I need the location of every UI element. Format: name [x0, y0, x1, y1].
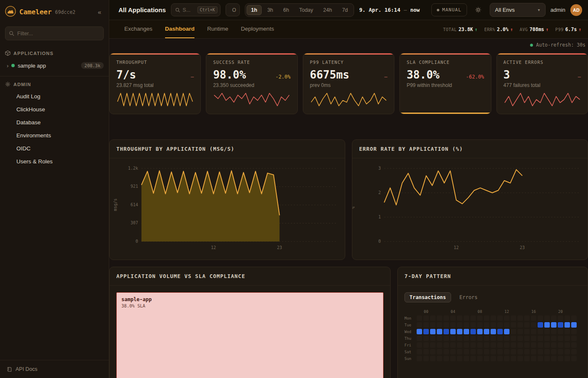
sidebar-item-oidc[interactable]: OIDC — [0, 142, 109, 155]
svg-text:0: 0 — [136, 239, 138, 244]
svg-text:921: 921 — [131, 184, 138, 189]
kpi-card-p99-latency: P99 LATENCY 6675ms – prev 0ms — [303, 53, 394, 114]
heatmap-cell — [491, 342, 496, 348]
heatmap-cell — [551, 336, 556, 341]
heatmap-cell — [417, 322, 422, 328]
kpi-value: 7/s — [116, 68, 136, 81]
heatmap-cell — [457, 342, 462, 348]
tab-dashboard[interactable]: Dashboard — [165, 20, 195, 38]
kpi-subtext: P99 within threshold — [407, 82, 484, 88]
treemap-title: APPLICATION VOLUME VS SLA COMPLIANCE — [116, 273, 245, 279]
heatmap-cell — [470, 322, 476, 328]
heatmap-cell — [464, 329, 469, 334]
heatmap-cell — [524, 336, 530, 341]
sidebar-collapse-button[interactable]: « — [95, 8, 104, 16]
kpi-accent-bar — [497, 53, 588, 55]
summary-stats: TOTAL 23.8K ↑ ERR% 2.0% ↑ AVG 708ms ↑ P9… — [443, 20, 581, 38]
heatmap-cell — [564, 336, 570, 341]
auto-refresh-label: Auto-refresh: 30s — [536, 42, 585, 48]
heatmap-cell — [417, 356, 422, 361]
heatmap-cell — [504, 349, 509, 354]
heatmap-day-label: Sun — [404, 357, 415, 361]
sidebar-item-sample-app[interactable]: › sample app 208.3k — [0, 59, 109, 72]
tab-deployments[interactable]: Deployments — [241, 20, 274, 38]
sidebar-item-database[interactable]: Database — [0, 116, 109, 129]
sidebar-item-users-roles[interactable]: Users & Roles — [0, 155, 109, 168]
heatmap-cell — [497, 349, 503, 354]
heatmap-cell — [524, 349, 530, 354]
date-range-display[interactable]: 9. Apr. 16:14 — now — [359, 7, 420, 13]
tab-transactions[interactable]: Transactions — [404, 292, 451, 302]
heatmap-cell — [464, 315, 469, 321]
treemap-sample-app[interactable]: sample-app 38.0% SLA — [116, 292, 383, 378]
heatmap-cell — [457, 336, 462, 341]
sidebar-divider — [0, 76, 109, 76]
heatmap-cell — [531, 315, 536, 321]
sidebar-item-clickhouse[interactable]: ClickHouse — [0, 103, 109, 116]
heatmap-cell — [437, 315, 442, 321]
up-arrow-icon: ↑ — [475, 27, 478, 32]
heatmap-title: 7-DAY PATTERN — [404, 273, 451, 279]
date-to: now — [410, 7, 420, 13]
time-range-1h[interactable]: 1h — [247, 5, 262, 15]
heatmap-cell — [430, 349, 436, 354]
heatmap-hour-label — [551, 309, 556, 314]
heatmap-cell — [497, 322, 503, 328]
sidebar-item-environments[interactable]: Environments — [0, 129, 109, 142]
sla-progress-bar — [400, 113, 490, 114]
treemap-card: APPLICATION VOLUME VS SLA COMPLIANCE sam… — [109, 267, 391, 378]
search-icon — [9, 31, 14, 36]
time-range-3h[interactable]: 3h — [262, 5, 278, 15]
search-placeholder: S... — [183, 7, 195, 13]
heatmap-cell — [504, 322, 509, 328]
sidebar: Cameleer 69dcce2 « APPLICATIONS › sample… — [0, 0, 109, 378]
kpi-label: SUCCESS RATE — [213, 60, 290, 65]
time-range-today[interactable]: Today — [294, 5, 318, 15]
chevron-down-icon: ▾ — [538, 8, 540, 12]
heatmap-hour-label — [430, 309, 436, 314]
heatmap-cell — [517, 315, 523, 321]
tab-runtime[interactable]: Runtime — [207, 20, 228, 38]
time-range-7d[interactable]: 7d — [337, 5, 352, 15]
api-docs-link[interactable]: API Docs — [0, 360, 109, 378]
refresh-status-dot — [530, 44, 533, 47]
global-search-input[interactable]: S... Ctrl+K — [171, 3, 220, 16]
heatmap-cell — [511, 349, 516, 354]
online-status-chip[interactable]: O — [226, 3, 240, 16]
stat-p99: P99 6.7s ↑ — [555, 26, 581, 32]
app-logo[interactable]: Cameleer 69dcce2 — [5, 6, 76, 18]
admin-section-header: ADMIN — [0, 78, 109, 90]
heatmap-cell — [524, 315, 530, 321]
heatmap-cell — [450, 356, 456, 361]
chart-title: ERROR RATE BY APPLICATION (%) — [359, 146, 463, 152]
sidebar-item-audit-log[interactable]: Audit Log — [0, 90, 109, 102]
tab-errors[interactable]: Errors — [454, 292, 483, 302]
error-rate-chart-card: ERROR RATE BY APPLICATION (%) % 01231223 — [352, 139, 588, 260]
heatmap-cell — [571, 322, 577, 328]
dashboard-content[interactable]: Auto-refresh: 30s THROUGHPUT 7/s – 23.82… — [109, 39, 588, 378]
heatmap-cell — [423, 356, 429, 361]
heatmap-cell — [538, 342, 543, 348]
treemap-app-sla: 38.0% SLA — [121, 303, 378, 308]
heatmap-cell — [457, 349, 462, 354]
sidebar-filter-input[interactable] — [5, 26, 104, 40]
heatmap-cell — [477, 336, 483, 341]
heatmap-cell — [531, 329, 536, 334]
date-from: 9. Apr. 16:14 — [359, 7, 400, 13]
heatmap-hour-label: 08 — [477, 309, 483, 314]
svg-text:3: 3 — [378, 166, 381, 171]
heatmap-hour-label — [524, 309, 530, 314]
heatmap-cell — [491, 336, 496, 341]
environment-select[interactable]: All Envs ▾ — [490, 3, 546, 17]
app-root: Cameleer 69dcce2 « APPLICATIONS › sample… — [0, 0, 588, 378]
tab-exchanges[interactable]: Exchanges — [124, 20, 152, 38]
kpi-card-sla-compliance: SLA COMPLIANCE 38.0% -62.0% P99 within t… — [399, 53, 491, 114]
theme-toggle-button[interactable] — [472, 4, 485, 16]
time-range-6h[interactable]: 6h — [278, 5, 294, 15]
time-range-24h[interactable]: 24h — [319, 5, 337, 15]
chart-title: THROUGHPUT BY APPLICATION (MSG/S) — [116, 146, 234, 152]
user-avatar[interactable]: AD — [570, 4, 582, 16]
manual-refresh-button[interactable]: MANUAL — [431, 3, 467, 16]
heatmap-cell — [417, 336, 422, 341]
heatmap-cell — [470, 329, 476, 334]
